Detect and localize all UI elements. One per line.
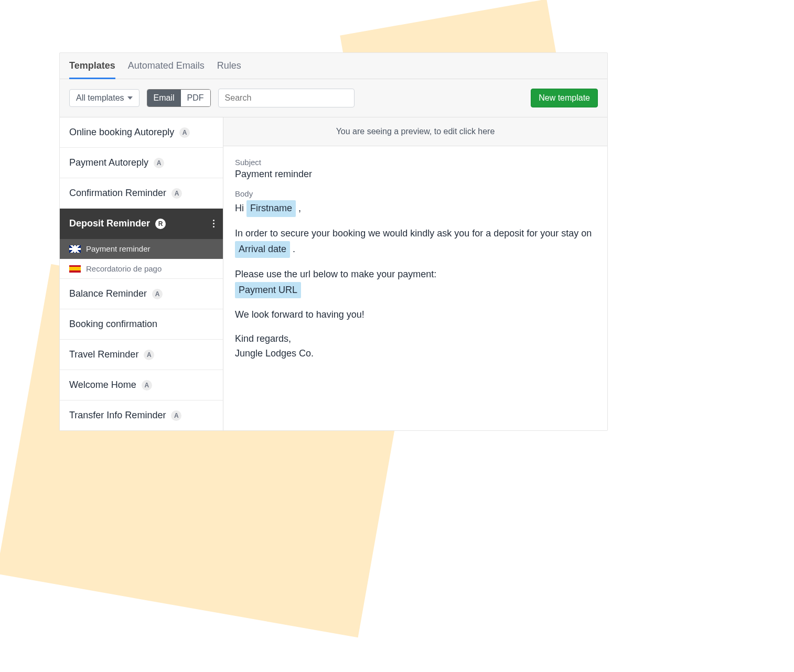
body-signoff1: Kind regards, [235,333,291,344]
template-item-deposit-reminder[interactable]: Deposit Reminder R [60,209,223,239]
lang-row-label: Recordatorio de pago [86,264,162,273]
tab-rules[interactable]: Rules [217,60,241,79]
search-input[interactable] [218,89,355,107]
template-item-travel-reminder[interactable]: Travel Reminder A [60,340,223,370]
preview-edit-notice[interactable]: You are seeing a preview, to edit click … [223,117,607,146]
template-item-payment-autoreply[interactable]: Payment Autoreply A [60,148,223,178]
token-payment-url: Payment URL [235,282,301,299]
seg-email[interactable]: Email [147,90,181,106]
lang-row-es[interactable]: Recordatorio de pago [60,259,223,279]
badge-r: R [155,219,166,229]
template-item-label: Deposit Reminder [69,218,150,229]
more-menu-icon[interactable] [213,220,214,227]
token-arrival-date: Arrival date [235,241,290,258]
badge-a: A [171,188,182,199]
template-item-booking-confirmation[interactable]: Booking confirmation [60,309,223,340]
template-item-label: Travel Reminder [69,349,138,360]
tab-templates[interactable]: Templates [69,60,115,79]
badge-a: A [179,127,190,138]
tab-automated-emails[interactable]: Automated Emails [128,60,205,79]
template-item-welcome-home[interactable]: Welcome Home A [60,370,223,400]
email-body: Hi Firstname , In order to secure your b… [235,200,596,361]
badge-a: A [144,350,154,360]
template-item-transfer-info-reminder[interactable]: Transfer Info Reminder A [60,400,223,430]
preview-body: Subject Payment reminder Body Hi Firstna… [223,146,607,377]
body-para2: Please use the url below to make your pa… [235,269,436,279]
filter-dropdown-label: All templates [76,93,124,103]
template-item-label: Online booking Autoreply [69,127,174,138]
template-item-label: Balance Reminder [69,288,147,299]
badge-a: A [171,410,181,421]
toolbar: All templates Email PDF New template [60,79,607,117]
subject-value: Payment reminder [235,169,596,180]
seg-pdf[interactable]: PDF [181,90,210,106]
app-window: Templates Automated Emails Rules All tem… [59,52,608,431]
chevron-down-icon [127,96,133,100]
body-para1-pre: In order to secure your booking we would… [235,228,592,239]
format-segmented-control: Email PDF [147,89,211,107]
template-item-label: Welcome Home [69,380,136,391]
body-para3: We look forward to having you! [235,309,364,320]
filter-dropdown[interactable]: All templates [69,89,140,107]
new-template-button[interactable]: New template [531,89,598,107]
preview-panel: You are seeing a preview, to edit click … [223,117,607,430]
body-label: Body [235,189,596,198]
template-item-confirmation-reminder[interactable]: Confirmation Reminder A [60,178,223,209]
lang-row-en[interactable]: Payment reminder [60,239,223,259]
template-item-balance-reminder[interactable]: Balance Reminder A [60,279,223,309]
body-para1-post: . [290,244,295,254]
template-item-label: Booking confirmation [69,319,157,330]
badge-a: A [142,380,152,391]
template-list: Online booking Autoreply A Payment Autor… [60,117,223,430]
lang-row-label: Payment reminder [86,244,151,253]
flag-es-icon [69,265,81,273]
template-item-label: Confirmation Reminder [69,188,166,199]
main-split: Online booking Autoreply A Payment Autor… [60,117,607,430]
body-signoff2: Jungle Lodges Co. [235,348,314,359]
template-item-label: Payment Autoreply [69,157,148,168]
template-item-online-booking-autoreply[interactable]: Online booking Autoreply A [60,117,223,148]
subject-label: Subject [235,158,596,167]
flag-uk-icon [69,245,81,253]
token-firstname: Firstname [246,200,296,217]
body-greeting-post: , [296,203,301,213]
tabs-bar: Templates Automated Emails Rules [60,53,607,79]
body-greeting-pre: Hi [235,203,246,213]
badge-a: A [152,289,163,299]
template-item-label: Transfer Info Reminder [69,410,166,421]
badge-a: A [154,158,164,168]
